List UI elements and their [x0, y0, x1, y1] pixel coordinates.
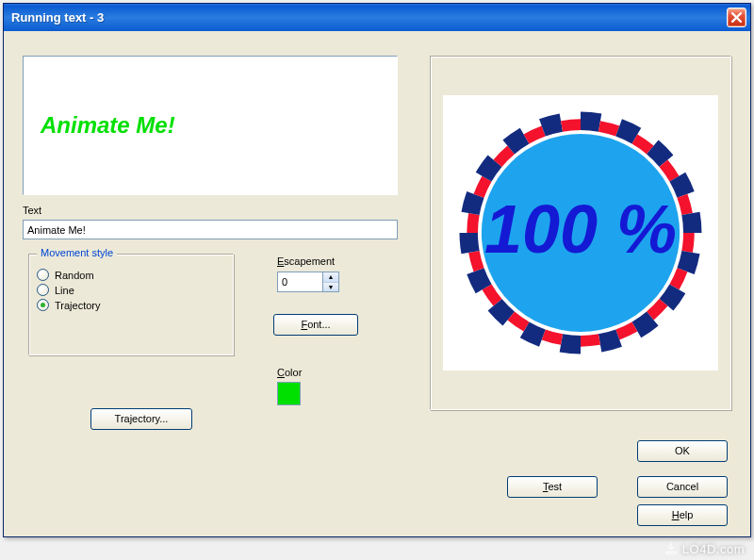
color-swatch[interactable]: [277, 382, 301, 405]
font-button[interactable]: Font...: [273, 314, 358, 336]
svg-text:100 %: 100 %: [484, 191, 677, 267]
radio-trajectory[interactable]: Trajectory: [37, 299, 225, 311]
spinner-up[interactable]: ▲: [323, 272, 338, 283]
radio-icon: [37, 284, 49, 296]
radio-line[interactable]: Line: [37, 284, 225, 296]
close-icon: [731, 12, 742, 23]
escapement-label: Escapement: [277, 255, 335, 267]
trajectory-button[interactable]: Trajectory...: [90, 408, 192, 430]
spinner-buttons: ▲ ▼: [323, 272, 339, 292]
window-title: Running text - 3: [11, 10, 727, 25]
watermark: LO4D.com: [664, 541, 745, 556]
preview-sample-text: Animate Me!: [41, 112, 175, 139]
radio-label: Line: [55, 285, 74, 296]
movement-legend: Movement style: [37, 247, 117, 258]
text-label: Text: [23, 205, 41, 216]
cancel-button[interactable]: Cancel: [637, 476, 728, 498]
help-button[interactable]: Help: [637, 504, 728, 526]
close-button[interactable]: [727, 8, 746, 27]
titlebar[interactable]: Running text - 3: [4, 4, 750, 31]
escapement-spinner[interactable]: ▲ ▼: [277, 272, 339, 292]
movement-style-group: Movement style Random Line Trajectory: [28, 254, 234, 355]
test-button[interactable]: Test: [507, 476, 598, 498]
text-input[interactable]: [23, 220, 398, 239]
radio-icon: [37, 269, 49, 281]
color-label: Color: [277, 367, 302, 378]
radio-label: Random: [55, 270, 94, 281]
image-preview-panel: 100 %: [430, 56, 731, 410]
text-preview: Animate Me!: [23, 56, 398, 195]
download-icon: [664, 541, 679, 556]
escapement-input[interactable]: [277, 272, 323, 292]
client-area: Animate Me! Text Movement style Random L…: [4, 31, 750, 536]
dialog-window: Running text - 3 Animate Me! Text Moveme…: [3, 3, 751, 537]
radio-label: Trajectory: [55, 300, 101, 311]
spinner-down[interactable]: ▼: [323, 283, 338, 292]
radio-icon: [37, 299, 49, 311]
ok-button[interactable]: OK: [637, 440, 728, 462]
badge-preview: 100 %: [443, 95, 718, 371]
radio-random[interactable]: Random: [37, 269, 225, 281]
